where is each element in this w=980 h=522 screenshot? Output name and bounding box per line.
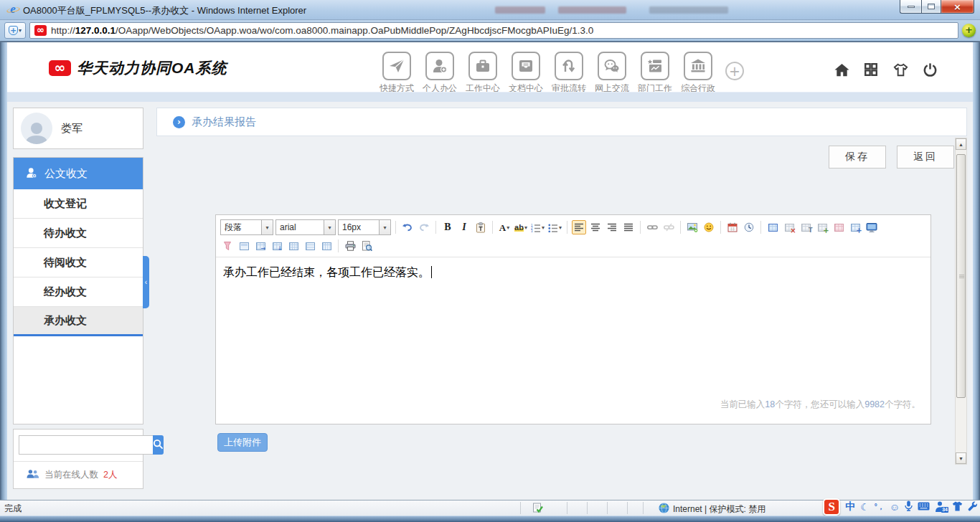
compatibility-check-icon[interactable] bbox=[532, 503, 543, 516]
align-center-icon[interactable] bbox=[588, 220, 603, 234]
ime-language-mode[interactable]: 中 bbox=[845, 500, 855, 513]
scroll-down-button[interactable]: ▼ bbox=[956, 452, 966, 464]
insert-row-icon[interactable]: + bbox=[815, 220, 829, 234]
nav-item-approval-flow[interactable]: 审批流转 bbox=[547, 52, 590, 95]
nav-item-online-chat[interactable]: 网上交流 bbox=[590, 52, 633, 95]
add-module-button[interactable]: + bbox=[725, 62, 744, 80]
nav-item-shortcuts[interactable]: 快捷方式 bbox=[375, 52, 418, 95]
merge-cells-right-icon[interactable]: → bbox=[253, 239, 268, 253]
url-scheme: http:// bbox=[51, 25, 75, 36]
upload-attachment-button[interactable]: 上传附件 bbox=[217, 433, 268, 452]
toolbar-separator bbox=[567, 221, 567, 234]
back-button[interactable]: 返回 bbox=[897, 146, 954, 169]
ime-settings-wrench-icon[interactable] bbox=[968, 501, 978, 513]
split-cells-icon[interactable] bbox=[286, 239, 301, 253]
sidebar-item-undertaken-documents[interactable]: 承办收文 bbox=[14, 307, 143, 336]
font-size-dropdown[interactable]: 16px ▾ bbox=[338, 219, 391, 235]
row-operations-icon[interactable] bbox=[303, 239, 317, 253]
nav-item-personal-office[interactable]: 个人办公 bbox=[418, 52, 461, 95]
insert-column-icon[interactable]: + bbox=[848, 220, 862, 234]
redo-icon[interactable] bbox=[417, 220, 431, 234]
insert-date-icon[interactable] bbox=[725, 220, 740, 234]
save-button[interactable]: 保存 bbox=[829, 146, 886, 169]
navigation-shield-button[interactable]: + ▾ bbox=[4, 22, 26, 39]
delete-row-icon[interactable] bbox=[831, 220, 846, 234]
align-left-icon[interactable] bbox=[572, 220, 586, 234]
power-icon[interactable] bbox=[921, 61, 938, 78]
delete-table-icon[interactable]: × bbox=[782, 220, 796, 234]
insert-link-icon[interactable] bbox=[645, 220, 659, 234]
ime-keyboard-icon[interactable] bbox=[918, 502, 930, 513]
browser-extension-icon[interactable]: + bbox=[962, 24, 976, 37]
section-arrow-icon: › bbox=[173, 116, 185, 128]
window-titlebar[interactable]: e OA8000平台版_FPLMYSQL5--承办收文 - Windows In… bbox=[0, 0, 980, 20]
font-color-dropdown[interactable]: A▾ bbox=[497, 220, 512, 234]
paste-as-text-icon[interactable] bbox=[473, 220, 488, 234]
delete-column-icon[interactable] bbox=[220, 239, 235, 253]
scrollbar-thumb[interactable] bbox=[956, 154, 966, 398]
ime-toolbar: S 中 ☾ °， ☺ 34 bbox=[823, 498, 978, 516]
nav-item-administration[interactable]: 综合行政 bbox=[677, 52, 720, 95]
header-quick-icons bbox=[833, 61, 938, 78]
minimize-button[interactable] bbox=[900, 0, 921, 14]
sidebar-item-handled-documents[interactable]: 经办收文 bbox=[14, 277, 143, 307]
theme-shirt-icon[interactable] bbox=[892, 61, 909, 78]
insert-image-icon[interactable] bbox=[685, 220, 699, 234]
ime-punctuation-icon[interactable]: °， bbox=[875, 502, 885, 512]
chevron-down-icon: ▾ bbox=[507, 224, 509, 231]
italic-button[interactable]: I bbox=[457, 220, 471, 234]
collapse-chevron-icon: ‹ bbox=[145, 278, 147, 286]
sidebar-item-pending-documents[interactable]: 待办收文 bbox=[14, 219, 143, 248]
font-family-dropdown[interactable]: arial ▾ bbox=[275, 219, 336, 235]
insert-time-icon[interactable] bbox=[742, 220, 756, 234]
align-right-icon[interactable] bbox=[605, 220, 619, 234]
home-icon[interactable] bbox=[833, 61, 850, 78]
sidebar-section-official-documents[interactable]: 公文收文 bbox=[14, 158, 143, 189]
window-frame-right bbox=[973, 42, 980, 500]
sidebar-collapse-handle[interactable]: ‹ bbox=[143, 256, 149, 308]
sidebar-item-receive-register[interactable]: 收文登记 bbox=[14, 189, 143, 219]
paragraph-format-dropdown[interactable]: 段落 ▾ bbox=[220, 219, 273, 235]
nav-item-document-center[interactable]: 文档中心 bbox=[504, 52, 547, 95]
ime-skin-shirt-icon[interactable] bbox=[952, 501, 963, 513]
align-justify-icon[interactable] bbox=[621, 220, 636, 234]
zone-label: Internet | 保护模式: 禁用 bbox=[673, 503, 765, 516]
ime-profile-icon[interactable]: 34 bbox=[935, 501, 947, 513]
remove-link-icon[interactable] bbox=[661, 220, 676, 234]
sogou-logo[interactable]: S bbox=[823, 498, 840, 516]
sidebar-bottom-panel: 当前在线人数 2人 bbox=[13, 429, 143, 489]
sidebar-menu: 公文收文 收文登记 待办收文 待阅收文 经办收文 承办收文 bbox=[13, 157, 143, 424]
status-separator bbox=[627, 502, 628, 514]
ime-emoticon-icon[interactable]: ☺ bbox=[890, 501, 900, 513]
main-nav: 快捷方式 个人办公 工作中心 bbox=[375, 52, 744, 95]
table-properties-icon[interactable]: T bbox=[798, 220, 813, 234]
chevron-down-icon: ▾ bbox=[261, 220, 273, 234]
close-button[interactable]: × bbox=[941, 0, 974, 14]
print-icon[interactable] bbox=[343, 239, 357, 253]
cell-properties-icon[interactable] bbox=[237, 239, 251, 253]
undo-icon[interactable] bbox=[400, 220, 415, 234]
column-operations-icon[interactable] bbox=[319, 239, 334, 253]
insert-table-icon[interactable] bbox=[765, 220, 780, 234]
content-scrollbar[interactable]: ▲ ▼ bbox=[955, 138, 967, 465]
ime-microphone-icon[interactable] bbox=[905, 500, 913, 513]
scroll-up-button[interactable]: ▲ bbox=[956, 138, 966, 150]
bullet-list-dropdown[interactable]: ▾ bbox=[547, 220, 562, 234]
merge-cells-down-icon[interactable]: ↓ bbox=[270, 239, 284, 253]
nav-item-work-center[interactable]: 工作中心 bbox=[461, 52, 504, 95]
bold-button[interactable]: B bbox=[440, 220, 455, 234]
online-users-label: 当前在线人数 bbox=[44, 469, 98, 481]
ime-fullhalf-moon-icon[interactable]: ☾ bbox=[860, 501, 870, 513]
url-input[interactable]: ∞ http://127.0.0.1/OAapp/WebObjects/OAap… bbox=[29, 22, 958, 39]
search-button[interactable] bbox=[153, 435, 164, 455]
insert-emoticon-icon[interactable] bbox=[702, 220, 716, 234]
maximize-button[interactable] bbox=[921, 0, 941, 14]
preview-icon[interactable] bbox=[359, 239, 374, 253]
fullscreen-icon[interactable] bbox=[864, 220, 879, 234]
highlight-color-dropdown[interactable]: ab▾ bbox=[514, 220, 528, 234]
apps-grid-icon[interactable] bbox=[862, 61, 880, 78]
ordered-list-dropdown[interactable]: 123▾ bbox=[530, 220, 545, 234]
sidebar-item-to-read-documents[interactable]: 待阅收文 bbox=[14, 248, 143, 277]
search-input[interactable] bbox=[19, 435, 153, 455]
nav-item-department-work[interactable]: 部门工作 bbox=[633, 52, 677, 95]
